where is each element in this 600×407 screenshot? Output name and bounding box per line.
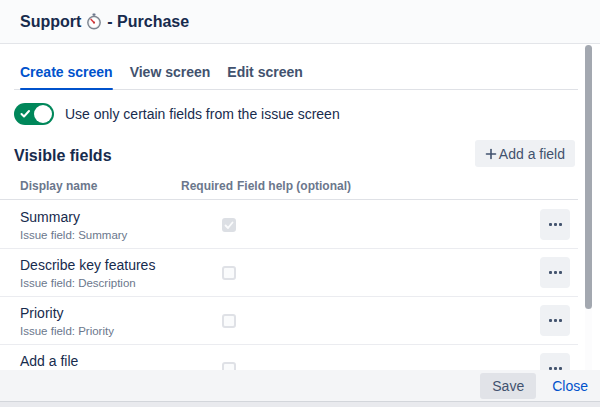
tab-create-screen[interactable]: Create screen bbox=[20, 64, 113, 89]
tab-edit-screen[interactable]: Edit screen bbox=[227, 64, 302, 89]
field-issue-field: Issue field: Summary bbox=[20, 229, 127, 241]
field-display-name: Describe key features bbox=[20, 257, 155, 273]
fields-table-body: Summary Issue field: Summary Describe ke… bbox=[0, 201, 578, 393]
field-display-name: Add a file bbox=[20, 353, 78, 369]
page-title-suffix: - Purchase bbox=[107, 13, 189, 31]
column-header-required: Required bbox=[181, 179, 233, 193]
edit-screen-modal: Support - Purchase Create screen View sc… bbox=[0, 0, 600, 407]
tab-view-screen[interactable]: View screen bbox=[130, 64, 211, 89]
save-button[interactable]: Save bbox=[480, 373, 536, 399]
fields-table-header: Display name Required Field help (option… bbox=[0, 176, 578, 200]
more-options-icon bbox=[554, 319, 557, 322]
field-issue-field: Issue field: Description bbox=[20, 277, 136, 289]
scrollbar-thumb[interactable] bbox=[585, 45, 592, 309]
table-row-describe-key-features: Describe key features Issue field: Descr… bbox=[0, 249, 578, 297]
certain-fields-toggle[interactable] bbox=[14, 103, 54, 125]
table-row-summary: Summary Issue field: Summary bbox=[0, 201, 578, 249]
modal-footer: Save Close bbox=[0, 370, 600, 401]
more-options-button[interactable] bbox=[540, 257, 570, 288]
add-a-field-button[interactable]: Add a field bbox=[475, 140, 575, 167]
required-checkbox[interactable] bbox=[222, 218, 236, 232]
scrollbar-track[interactable] bbox=[585, 45, 592, 370]
toggle-knob bbox=[34, 105, 52, 123]
certain-fields-toggle-row: Use only certain fields from the issue s… bbox=[14, 103, 340, 125]
more-options-icon bbox=[554, 223, 557, 226]
field-display-name: Priority bbox=[20, 305, 64, 321]
required-checkbox[interactable] bbox=[222, 314, 236, 328]
check-icon bbox=[20, 109, 31, 119]
column-header-display-name: Display name bbox=[20, 179, 97, 193]
screen-tabs: Create screen View screen Edit screen bbox=[14, 64, 578, 90]
page-title-product: Support bbox=[20, 13, 81, 31]
field-issue-field: Issue field: Priority bbox=[20, 325, 114, 337]
more-options-icon bbox=[554, 271, 557, 274]
field-display-name: Summary bbox=[20, 209, 80, 225]
close-button[interactable]: Close bbox=[552, 378, 588, 394]
page-title: Support - Purchase bbox=[20, 13, 189, 31]
more-options-button[interactable] bbox=[540, 209, 570, 240]
modal-bottom-edge bbox=[0, 401, 600, 407]
visible-fields-heading: Visible fields bbox=[14, 147, 112, 165]
stopwatch-icon bbox=[86, 13, 102, 30]
modal-header: Support - Purchase bbox=[0, 0, 600, 44]
plus-icon bbox=[485, 148, 497, 160]
column-header-field-help: Field help (optional) bbox=[237, 179, 351, 193]
toggle-label: Use only certain fields from the issue s… bbox=[65, 106, 340, 122]
more-options-button[interactable] bbox=[540, 305, 570, 336]
table-row-priority: Priority Issue field: Priority bbox=[0, 297, 578, 345]
add-a-field-label: Add a field bbox=[499, 146, 565, 162]
required-checkbox[interactable] bbox=[222, 266, 236, 280]
